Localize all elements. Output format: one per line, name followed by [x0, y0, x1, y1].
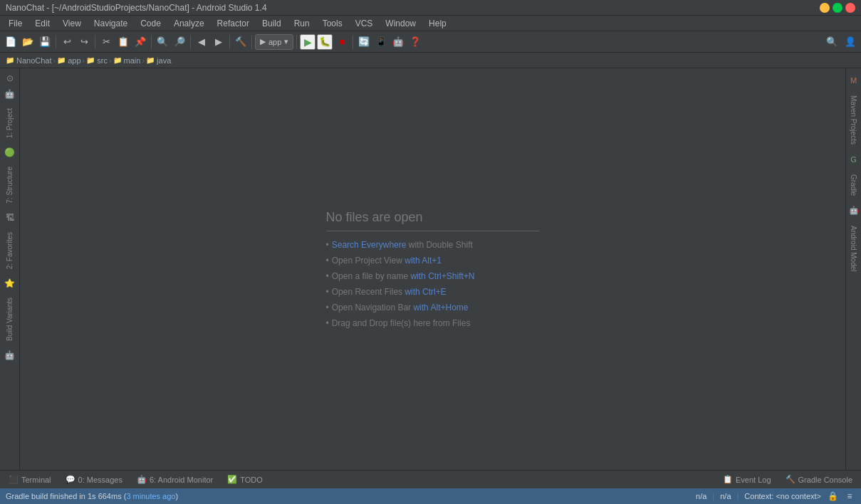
- build-button[interactable]: 🔨: [233, 34, 249, 50]
- sidebar-tab-build-variants[interactable]: Build Variants: [3, 292, 16, 347]
- user-button[interactable]: 👤: [842, 34, 858, 50]
- hint-nav-bar: • Open Navigation Bar with Alt+Home: [326, 303, 469, 313]
- sidebar-tab-favorites[interactable]: 2: Favorites: [3, 226, 16, 275]
- menu-item-view[interactable]: View: [57, 17, 87, 30]
- bullet-3: •: [326, 271, 329, 281]
- event-log-tab[interactable]: 📋 Event Log: [717, 473, 777, 485]
- tab-terminal[interactable]: ⬛ Terminal: [3, 471, 57, 488]
- gradle-console-label: Gradle Console: [798, 476, 852, 484]
- toolbar-separator-3: [151, 35, 152, 49]
- copy-button[interactable]: 📋: [115, 34, 131, 50]
- gradle-icon[interactable]: G: [847, 153, 860, 166]
- hint-project-text: Open Project View with Alt+1: [332, 256, 442, 266]
- menu-item-navigate[interactable]: Navigate: [88, 17, 133, 30]
- sidebar-tab-gradle[interactable]: Gradle: [847, 169, 860, 201]
- menu-item-refactor[interactable]: Refactor: [212, 17, 255, 30]
- replace-button[interactable]: 🔎: [172, 34, 187, 50]
- breadcrumb-main[interactable]: 📁 main: [113, 56, 141, 65]
- breadcrumb-src[interactable]: 📁 src: [86, 56, 108, 65]
- gradle-sync-button[interactable]: 🔄: [356, 34, 372, 50]
- menu-item-analyze[interactable]: Analyze: [168, 17, 210, 30]
- breadcrumb-main-label: main: [124, 56, 141, 65]
- find-button[interactable]: 🔍: [155, 34, 170, 50]
- debug-button[interactable]: 🐛: [317, 34, 333, 50]
- redo-button[interactable]: ↪: [76, 34, 92, 50]
- project-view-link[interactable]: with Alt+1: [405, 256, 442, 266]
- tab-android-monitor[interactable]: 🤖 6: Android Monitor: [131, 471, 219, 488]
- new-file-button[interactable]: 📄: [3, 34, 19, 50]
- menu-item-file[interactable]: File: [3, 17, 28, 30]
- sdk-button[interactable]: 🤖: [390, 34, 406, 50]
- nav-bar-link[interactable]: with Alt+Home: [413, 303, 468, 313]
- hint-drag-drop: • Drag and Drop file(s) here from Files: [326, 318, 471, 328]
- paste-button[interactable]: 📌: [132, 34, 148, 50]
- recent-files-link[interactable]: with Ctrl+E: [405, 287, 446, 297]
- search-everywhere-link[interactable]: Search Everywhere: [332, 240, 407, 250]
- structure-icon[interactable]: 🏗: [3, 211, 17, 225]
- hint-drag-text: Drag and Drop file(s) here from Files: [332, 318, 471, 328]
- no-files-title: No files are open: [326, 210, 540, 231]
- folder-icon-src: 📁: [86, 56, 95, 64]
- breadcrumb-app[interactable]: 📁 app: [57, 56, 80, 65]
- undo-button[interactable]: ↩: [59, 34, 75, 50]
- forward-button[interactable]: ▶: [211, 34, 226, 50]
- event-log-label: Event Log: [736, 476, 771, 484]
- android-model-icon[interactable]: 🤖: [847, 204, 860, 217]
- tab-messages[interactable]: 💬 0: Messages: [60, 471, 128, 488]
- status-lf-icon[interactable]: ≡: [844, 490, 855, 502]
- bottom-right-actions: 📋 Event Log 🔨 Gradle Console: [717, 473, 858, 485]
- menu-item-vcs[interactable]: VCS: [350, 17, 379, 30]
- maximize-button[interactable]: [833, 3, 842, 13]
- run-button[interactable]: ▶: [300, 34, 315, 50]
- search-everywhere-button[interactable]: 🔍: [824, 34, 840, 50]
- menu-item-run[interactable]: Run: [288, 17, 315, 30]
- toolbar-separator-1: [56, 35, 56, 49]
- breadcrumb-nanochat[interactable]: 📁 NanoChat: [6, 56, 52, 65]
- close-button[interactable]: [845, 3, 855, 13]
- cut-button[interactable]: ✂: [98, 34, 114, 50]
- open-file-link[interactable]: with Ctrl+Shift+N: [410, 271, 474, 281]
- menu-item-help[interactable]: Help: [423, 17, 452, 30]
- sidebar-tab-project[interactable]: 1: Project: [3, 103, 16, 144]
- help-button[interactable]: ❓: [407, 34, 423, 50]
- tab-todo-label: TODO: [240, 476, 263, 484]
- gradle-console-tab[interactable]: 🔨 Gradle Console: [780, 473, 858, 485]
- project-icon[interactable]: 🟢: [3, 145, 17, 159]
- avd-button[interactable]: 📱: [373, 34, 389, 50]
- status-lock-icon[interactable]: 🔒: [827, 490, 838, 502]
- status-right: n/a | n/a | Context: <no context> 🔒 ≡: [696, 490, 855, 502]
- open-button[interactable]: 📂: [20, 34, 36, 50]
- minimize-button[interactable]: [820, 3, 830, 13]
- bullet-5: •: [326, 303, 329, 313]
- status-time-link[interactable]: 3 minutes ago: [126, 492, 175, 500]
- toolbar: 📄 📂 💾 ↩ ↪ ✂ 📋 📌 🔍 🔎 ◀ ▶ 🔨 ▶ app ▾ ▶ 🐛 ■ …: [0, 31, 861, 53]
- captures-icon[interactable]: ⊙: [3, 71, 17, 85]
- toolbar-separator-6: [251, 35, 252, 49]
- menu-item-edit[interactable]: Edit: [29, 17, 56, 30]
- maven-icon[interactable]: M: [847, 74, 860, 87]
- stop-button[interactable]: ■: [334, 34, 350, 50]
- status-message: Gradle build finished in 1s 664ms (3 min…: [6, 492, 690, 500]
- back-button[interactable]: ◀: [194, 34, 209, 50]
- todo-icon: ✅: [227, 475, 237, 484]
- build-variants-icon[interactable]: 🤖: [3, 348, 17, 362]
- menu-item-tools[interactable]: Tools: [317, 17, 348, 30]
- folder-icon-app: 📁: [57, 56, 66, 64]
- menu-item-build[interactable]: Build: [256, 17, 287, 30]
- breadcrumb-sep-2: ›: [83, 56, 85, 65]
- sidebar-tab-android-model[interactable]: Android Model: [847, 220, 860, 277]
- sidebar-tab-structure[interactable]: 7: Structure: [3, 161, 16, 209]
- android-monitor-icon: 🤖: [137, 475, 147, 484]
- favorites-icon[interactable]: ⭐: [3, 276, 17, 290]
- save-all-button[interactable]: 💾: [37, 34, 53, 50]
- menu-item-window[interactable]: Window: [380, 17, 422, 30]
- menu-item-code[interactable]: Code: [135, 17, 167, 30]
- sidebar-tab-maven[interactable]: Maven Projects: [847, 90, 860, 150]
- status-text: Gradle build finished in 1s 664ms (: [6, 492, 126, 500]
- hint-nav-prefix: Open Navigation Bar: [332, 303, 411, 313]
- tab-todo[interactable]: ✅ TODO: [221, 471, 268, 488]
- android-icon[interactable]: 🤖: [3, 87, 17, 101]
- app-selector[interactable]: ▶ app ▾: [255, 34, 293, 50]
- breadcrumb-java[interactable]: 📁 java: [146, 56, 171, 65]
- title-bar: NanoChat - [~/AndroidStudioProjects/Nano…: [0, 0, 861, 16]
